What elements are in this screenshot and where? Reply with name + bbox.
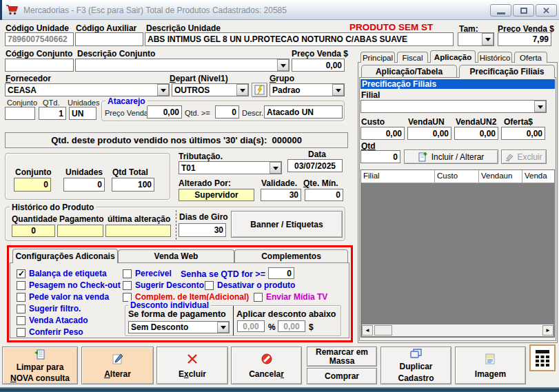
balanca-etiqueta-checkbox[interactable]: Balança de etiqueta <box>17 269 107 278</box>
sugerir-filtro-checkbox[interactable]: Sugerir filtro. <box>17 304 81 313</box>
eraser-icon <box>505 152 514 161</box>
tab-oferta[interactable]: Oferta <box>514 52 547 63</box>
qte-min-input[interactable]: 0 <box>305 189 343 201</box>
copy-icon <box>409 348 423 360</box>
dias-giro-input[interactable]: 30 <box>179 223 226 237</box>
codigo-unidade-input[interactable]: 7896007540662 <box>5 32 74 46</box>
custo-input[interactable]: 0,00 <box>360 127 405 140</box>
descricao-unidade-label: Descrição Unidade <box>146 23 221 33</box>
excluir-right-button[interactable]: Excluir <box>501 149 547 164</box>
grupo-label: Grupo <box>270 74 294 83</box>
dropdown-arrow-icon[interactable] <box>332 84 344 96</box>
scroll-thumb[interactable] <box>374 325 392 336</box>
depart-select[interactable]: OUTROS <box>172 83 249 96</box>
perecivel-checkbox[interactable]: Perecível <box>123 269 172 278</box>
pede-valor-venda-checkbox[interactable]: Pede valor na venda <box>17 292 109 302</box>
pct-unit-label: % <box>268 322 276 332</box>
fornecedor-select[interactable]: CEASA <box>5 83 170 96</box>
qtd-right-input[interactable]: 0 <box>360 150 400 163</box>
codigo-conjunto-input[interactable] <box>5 59 74 72</box>
conferir-peso-checkbox[interactable]: Conferir Peso <box>17 327 83 337</box>
vendaun-input[interactable]: 0,00 <box>407 127 451 140</box>
imagem-button[interactable]: Imagem <box>455 347 526 384</box>
qtd-input[interactable]: 1 <box>39 107 66 120</box>
duplicar-cadastro-button[interactable]: Duplicar Cadastro <box>380 347 451 384</box>
scroll-left-button[interactable]: ◄ <box>362 325 373 336</box>
tab-configuracoes-adicionais[interactable]: Configurações Adiconais <box>12 249 118 263</box>
forma-pagamento-select[interactable]: Sem Desconto <box>128 321 230 333</box>
incluir-alterar-button[interactable]: Incluir / Alterar <box>404 149 498 164</box>
desconto-pct-input[interactable]: 0,00 <box>237 320 265 332</box>
atacarejo-preco-venda-input[interactable]: 0,00 <box>147 105 182 118</box>
vendaun2-input[interactable]: 0,00 <box>454 127 498 140</box>
atacarejo-descr-input[interactable]: Atacado UN <box>264 105 343 118</box>
scroll-right-button[interactable]: ► <box>542 325 553 336</box>
dropdown-arrow-icon[interactable] <box>236 84 248 96</box>
descricao-unidade-input[interactable]: ABS INTIMUS GEL 8 UN U.PROTECAO NOTURNO … <box>145 32 454 46</box>
atacarejo-qtd-input[interactable]: 0 <box>215 105 239 118</box>
dropdown-arrow-icon[interactable] <box>277 59 289 71</box>
tam-select[interactable] <box>458 32 494 46</box>
data-input[interactable]: 03/07/2025 <box>287 159 343 172</box>
conjunto-label: Conjunto <box>7 99 37 107</box>
grupo-select[interactable]: Padrao <box>270 83 345 96</box>
keypad-button[interactable] <box>529 344 556 371</box>
totals-conjunto-label: Conjunto <box>15 167 52 177</box>
close-button[interactable]: ✕ <box>536 4 557 17</box>
conjunto-input[interactable] <box>5 107 35 120</box>
totals-conjunto-input[interactable]: 0 <box>14 178 51 192</box>
dropdown-arrow-icon[interactable] <box>157 84 169 96</box>
vendaun2-label: VendaUN2 <box>456 117 496 127</box>
enviar-midia-checkbox[interactable]: Enviar Mídia TV <box>254 292 327 302</box>
grid-header-venda2: Venda <box>522 170 554 183</box>
totals-unidades-input[interactable]: 0 <box>63 178 105 192</box>
tributacao-select[interactable]: T01 <box>179 161 282 174</box>
dropdown-arrow-icon[interactable] <box>217 322 229 333</box>
grid-hscrollbar[interactable]: ◄ ► <box>362 324 553 336</box>
alterado-por-label: Alterado Por: <box>179 178 231 188</box>
window-edge-left <box>0 0 2 20</box>
tab-historico[interactable]: Histórico <box>478 52 512 63</box>
tab-fiscal[interactable]: Fiscal <box>397 52 428 63</box>
dropdown-arrow-icon[interactable] <box>534 101 546 112</box>
senha-qtd-input[interactable]: 0 <box>268 267 294 279</box>
tab-precificacao-filiais[interactable]: Precificação Filiais <box>459 65 555 78</box>
ultima-alteracao-label: última alteração <box>108 214 170 224</box>
preco-venda2-input[interactable]: 0,00 <box>292 59 345 72</box>
preco-venda-input[interactable]: 7,99 <box>498 32 551 46</box>
oferta-input[interactable]: 0,00 <box>501 127 545 140</box>
tab-aplicacao[interactable]: Aplicação <box>430 50 476 63</box>
desconto-val-input[interactable]: 0,00 <box>278 320 305 332</box>
historico-title: Histórico do Produto <box>10 203 96 212</box>
banner-etiquetas-button[interactable]: Banner / Etiquetas <box>231 211 343 238</box>
dropdown-arrow-icon[interactable] <box>482 33 494 45</box>
descricao-conjunto-select[interactable] <box>75 59 289 72</box>
comprar-button[interactable]: Comprar <box>307 368 377 384</box>
aplicar-desconto-label: Aplicar desconto abaixo <box>236 309 336 319</box>
minimize-button[interactable] <box>490 4 511 17</box>
edit-depart-button[interactable] <box>252 83 267 97</box>
cancelar-button[interactable]: Cancelar <box>231 347 302 384</box>
sugerir-desconto-checkbox[interactable]: Sugerir Desconto <box>123 280 204 290</box>
excluir-button[interactable]: Excluir <box>156 347 228 384</box>
limpar-nova-consulta-button[interactable]: Limpar para NOVA consulta <box>2 347 78 384</box>
dropdown-arrow-icon[interactable] <box>270 162 281 174</box>
validade-input[interactable]: 30 <box>261 189 301 201</box>
pesagem-checkout-checkbox[interactable]: Pesagem no Check-out <box>17 280 121 290</box>
alterar-button[interactable]: Alterar <box>81 347 154 384</box>
tab-principal[interactable]: Principal <box>360 52 395 63</box>
tab-venda-web[interactable]: Venda Web <box>118 249 234 262</box>
codigo-auxiliar-input[interactable] <box>75 32 143 46</box>
filiais-grid[interactable]: Filial Custo Vendaun Venda ◄ ► <box>360 169 555 338</box>
totals-qtd-total-input[interactable]: 100 <box>112 178 154 192</box>
maximize-button[interactable] <box>513 4 534 17</box>
tab-aplicacao-tabela[interactable]: Aplicação/Tabela <box>361 65 457 77</box>
atacarejo-preco-venda-label: Preço Venda <box>105 109 148 117</box>
unidades-input[interactable]: UN <box>69 107 96 120</box>
desativar-produto-checkbox[interactable]: Desativar o produto <box>205 280 295 290</box>
venda-atacado-checkbox[interactable]: Venda Atacado <box>17 316 88 325</box>
remarcar-massa-button[interactable]: Remarcar emMassa <box>307 347 377 367</box>
filial-select[interactable] <box>360 100 547 113</box>
pagamento-field <box>57 225 103 237</box>
tab-complementos[interactable]: Complementos <box>234 249 348 262</box>
